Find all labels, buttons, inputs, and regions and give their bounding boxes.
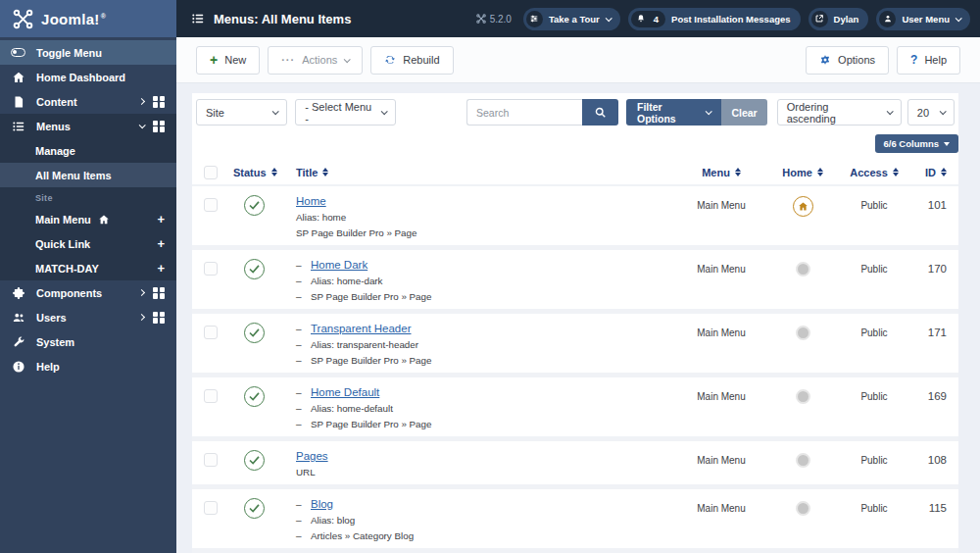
joomla-logo: Joomla!® [0, 0, 176, 37]
sidebar-item-menus[interactable]: Menus [0, 114, 176, 138]
nesting-dash: – [296, 324, 304, 334]
title-column-header[interactable]: Title [290, 167, 672, 178]
search-button[interactable] [582, 99, 618, 126]
actions-button[interactable]: ···Actions [268, 46, 363, 75]
menu-item-link[interactable]: Pages [296, 450, 328, 462]
menu-filter-select[interactable]: - Select Menu - [295, 99, 396, 126]
home-unset-icon[interactable] [796, 501, 810, 516]
plus-icon[interactable]: + [157, 212, 165, 226]
user-menu-button[interactable]: User Menu [876, 8, 970, 30]
status-published-icon[interactable] [244, 450, 265, 471]
menu-item-link[interactable]: Home Dark [311, 259, 368, 271]
version-label: 5.2.0 [476, 14, 512, 25]
wrench-icon [11, 334, 25, 349]
clear-button-label: Clear [731, 107, 757, 119]
home-unset-icon[interactable] [796, 262, 810, 276]
row-access-cell: Public [835, 498, 913, 541]
sidebar-item-manage[interactable]: Manage [0, 138, 176, 163]
row-id-cell: 115 [913, 498, 958, 541]
table-row-home: HomeAlias: homeSP Page Builder Pro » Pag… [192, 186, 958, 250]
table-body: HomeAlias: homeSP Page Builder Pro » Pag… [192, 186, 958, 553]
menu-item-link[interactable]: Transparent Header [311, 323, 412, 334]
filter-options-button[interactable]: Filter Options [626, 99, 721, 126]
home-icon [11, 70, 25, 84]
home-set-icon[interactable] [793, 196, 813, 217]
row-id-cell: 171 [913, 323, 958, 366]
sidebar-item-match-day[interactable]: MATCH-DAY+ [0, 256, 176, 280]
sidebar-item-users[interactable]: Users [0, 305, 176, 329]
row-access-cell: Public [835, 259, 913, 302]
sidebar-item-label: All Menu Items [35, 170, 165, 181]
access-column-header[interactable]: Access [835, 167, 913, 178]
search-input[interactable] [466, 99, 582, 126]
grid-dashboard-icon[interactable] [153, 287, 165, 299]
sidebar-item-components[interactable]: Components [0, 280, 176, 305]
site-filter-select[interactable]: Site [196, 99, 287, 126]
row-checkbox[interactable] [204, 262, 218, 276]
menu-filter-value: - Select Menu - [305, 101, 373, 125]
home-unset-icon[interactable] [796, 389, 810, 404]
status-published-icon[interactable] [244, 195, 265, 216]
item-detail-text: URL [296, 467, 316, 478]
status-published-icon[interactable] [244, 498, 265, 519]
item-detail-line: –Alias: blog [296, 515, 672, 526]
status-published-icon[interactable] [244, 259, 265, 279]
sidebar-item-main-menu[interactable]: Main Menu+ [0, 207, 176, 231]
row-checkbox[interactable] [204, 198, 218, 212]
home-unset-icon[interactable] [796, 326, 810, 340]
row-menu-cell: Main Menu [672, 323, 770, 366]
plus-icon[interactable]: + [157, 236, 165, 251]
row-checkbox[interactable] [204, 326, 218, 339]
menu-header-label: Menu [702, 167, 730, 178]
home-column-header[interactable]: Home [770, 167, 835, 178]
limit-select[interactable]: 20 [907, 99, 955, 126]
menu-item-link[interactable]: Home Default [311, 386, 379, 398]
menu-item-link[interactable]: Blog [311, 498, 333, 510]
row-checkbox[interactable] [204, 389, 218, 403]
take-a-tour-button[interactable]: Take a Tour [523, 8, 620, 30]
sliders-icon [526, 11, 543, 27]
messages-label: Post Installation Messages [671, 14, 790, 25]
row-checkbox[interactable] [204, 501, 218, 515]
status-column-header[interactable]: Status [229, 167, 290, 178]
bell-icon [633, 11, 650, 27]
sidebar-item-system[interactable]: System [0, 329, 176, 354]
help-button[interactable]: ?Help [897, 46, 960, 75]
chevron-right-icon [138, 98, 145, 105]
nesting-dash: – [296, 515, 304, 526]
menu-item-link[interactable]: Home [296, 195, 326, 207]
id-column-header[interactable]: ID [913, 167, 958, 178]
columns-toggle-button[interactable]: 6/6 Columns [875, 134, 959, 153]
home-header-label: Home [782, 167, 812, 178]
row-select-cell [192, 195, 229, 238]
sidebar-item-help[interactable]: Help [0, 354, 176, 378]
sort-icon [893, 168, 899, 177]
options-button[interactable]: Options [806, 46, 889, 75]
grid-dashboard-icon[interactable] [153, 121, 165, 132]
new-button[interactable]: +New [196, 46, 260, 75]
ordering-select[interactable]: Ordering ascending [777, 99, 902, 126]
status-published-icon[interactable] [244, 386, 265, 407]
sidebar-item-label: Toggle Menu [36, 47, 165, 59]
row-title-cell: –Transparent Header–Alias: transparent-h… [290, 323, 672, 366]
user-link-button[interactable]: Dylan [808, 8, 869, 30]
status-published-icon[interactable] [244, 323, 265, 343]
rebuild-button[interactable]: Rebuild [370, 46, 453, 75]
sidebar-item-content[interactable]: Content [0, 89, 176, 114]
select-all-checkbox[interactable] [204, 166, 218, 179]
row-checkbox[interactable] [204, 453, 218, 467]
plus-icon[interactable]: + [157, 261, 165, 276]
sidebar-item-quick-link[interactable]: Quick Link+ [0, 231, 176, 256]
grid-dashboard-icon[interactable] [153, 312, 165, 324]
item-detail-text: Articles » Category Blog [311, 530, 414, 541]
clear-button[interactable]: Clear [721, 99, 766, 126]
item-detail-text: SP Page Builder Pro » Page [311, 355, 431, 366]
sidebar-item-all-menu-items[interactable]: All Menu Items [0, 163, 176, 187]
home-unset-icon[interactable] [796, 453, 810, 468]
post-installation-messages-button[interactable]: 4 Post Installation Messages [628, 8, 801, 30]
sidebar-item-toggle-menu[interactable]: Toggle Menu [0, 40, 176, 65]
menu-column-header[interactable]: Menu [672, 167, 770, 178]
title-line: –Home Dark [296, 259, 672, 271]
sidebar-item-home-dashboard[interactable]: Home Dashboard [0, 65, 176, 89]
grid-dashboard-icon[interactable] [153, 96, 165, 108]
